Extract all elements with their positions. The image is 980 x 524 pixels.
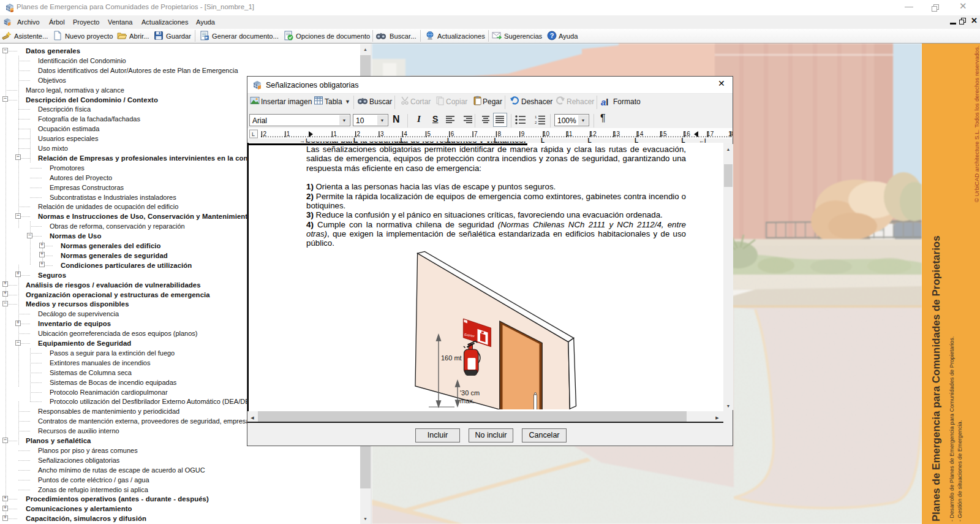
svg-text:max.: max. <box>460 397 475 404</box>
svg-text:16: 16 <box>684 131 691 137</box>
svg-text:L: L <box>635 137 638 143</box>
svg-text:8: 8 <box>497 131 501 137</box>
svg-text:L: L <box>682 137 685 143</box>
svg-text:2: 2 <box>535 121 537 124</box>
svg-text:?: ? <box>550 32 554 39</box>
svg-text:11: 11 <box>566 131 573 137</box>
svg-text:13: 13 <box>613 131 620 137</box>
svg-text:L: L <box>541 137 545 143</box>
svg-text:1: 1 <box>333 131 337 137</box>
svg-text:4: 4 <box>404 131 407 137</box>
svg-text:10: 10 <box>543 131 550 137</box>
svg-text:→: → <box>300 138 305 143</box>
svg-text:2: 2 <box>263 131 266 137</box>
svg-text:7: 7 <box>474 131 478 137</box>
svg-text:14: 14 <box>636 131 644 137</box>
svg-text:160 mt: 160 mt <box>441 354 462 362</box>
svg-text:18: 18 <box>728 131 733 137</box>
svg-text:12: 12 <box>590 131 597 137</box>
svg-text:15: 15 <box>660 131 668 137</box>
svg-text:L: L <box>588 137 592 143</box>
svg-text:L: L <box>252 131 255 137</box>
svg-text:1: 1 <box>535 115 537 119</box>
svg-text:'30 cm: '30 cm <box>460 389 480 397</box>
svg-text:←: ← <box>699 138 704 143</box>
svg-text:17: 17 <box>707 131 714 137</box>
svg-text:|: | <box>704 138 706 143</box>
svg-text:2: 2 <box>357 131 361 137</box>
svg-text:6: 6 <box>451 131 454 137</box>
svg-text:1: 1 <box>287 131 290 137</box>
svg-text:9: 9 <box>521 131 525 137</box>
svg-text:3: 3 <box>380 131 384 137</box>
svg-text:5: 5 <box>428 131 431 137</box>
